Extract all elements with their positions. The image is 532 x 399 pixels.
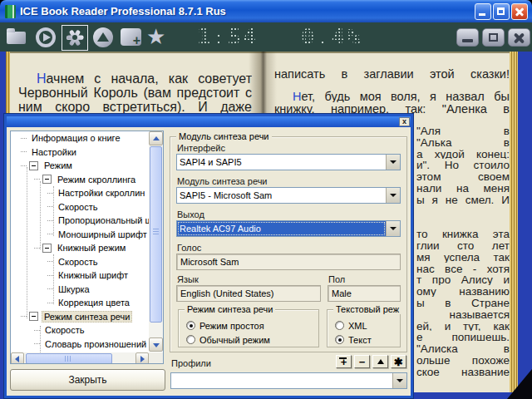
tree-item-информация-о-книге[interactable]: Информация о книге	[11, 131, 163, 145]
collapse-minus-icon[interactable]	[42, 244, 52, 253]
tree-item-скорость[interactable]: Скорость	[11, 200, 163, 214]
toolbar-minimize-button[interactable]	[456, 28, 479, 47]
tree-connector	[47, 193, 53, 194]
minimize-button[interactable]	[475, 3, 491, 20]
book-text-line: ыянесмел.И	[416, 194, 510, 205]
tree-vertical-scrollbar[interactable]	[149, 131, 163, 352]
tree-item-настройки-скроллин[interactable]: Настройки скроллин	[11, 186, 163, 200]
toolbar-close-button[interactable]	[508, 28, 530, 47]
tree-item-скорость[interactable]: Скорость	[11, 255, 163, 269]
word: в	[504, 125, 510, 136]
voice-label: Голос	[177, 243, 201, 253]
tree-item-настройки[interactable]: Настройки	[11, 145, 163, 160]
voice-field: Microsoft Sam	[176, 254, 401, 270]
tree-horizontal-scrollbar[interactable]	[11, 352, 149, 364]
word: сказки!	[470, 67, 510, 80]
collapse-minus-icon[interactable]	[29, 161, 38, 170]
synthesis-mode-option-обычный-режим[interactable]: Обычный режим	[186, 333, 318, 346]
dropdown-arrow-icon[interactable]	[386, 188, 400, 203]
vertical-scroll-thumb[interactable]	[150, 146, 162, 323]
book-text-line: налинаменя	[416, 182, 510, 194]
word: так	[494, 251, 510, 263]
collapse-minus-icon[interactable]	[42, 175, 52, 184]
tree-item-книжный-шрифт[interactable]: Книжный шрифт	[11, 268, 163, 283]
eject-icon[interactable]	[93, 27, 113, 47]
tree-item-книжный-режим[interactable]: Книжный режим	[11, 241, 163, 255]
collapse-minus-icon[interactable]	[29, 312, 38, 321]
maximize-button[interactable]	[493, 3, 510, 20]
profiles-set-default-button[interactable]	[372, 355, 388, 368]
language-label: Язык	[177, 274, 199, 284]
scroll-right-button[interactable]	[135, 352, 149, 364]
word: с	[94, 71, 101, 86]
radio-label: XML	[348, 321, 367, 331]
profiles-remove-button[interactable]: −	[354, 355, 370, 368]
interface-combobox[interactable]: SAPI4 и SAPI5	[176, 154, 401, 170]
dialog-close-button[interactable]: x	[399, 117, 410, 126]
tree-item-шкурка[interactable]: Шкурка	[11, 283, 163, 297]
word: бы	[494, 90, 510, 102]
book-text-line: называется	[416, 308, 510, 320]
synthesis-mode-option-режим-простоя[interactable]: Режим простоя	[186, 319, 318, 332]
tree-item-пропорциональный-ш[interactable]: Пропорциональный ш	[11, 214, 163, 228]
tree-item-словарь-произношений[interactable]: Словарь произношений	[11, 337, 163, 352]
dropdown-arrow-icon[interactable]	[386, 221, 400, 236]
horizontal-scroll-thumb[interactable]	[26, 353, 112, 364]
play-scroll-icon[interactable]	[36, 27, 56, 47]
radio-button-icon[interactable]	[335, 335, 344, 344]
dialog-client-area: Информация о книгеНастройкиРежимРежим ск…	[7, 127, 411, 396]
drop-cap: Н	[37, 71, 47, 86]
tree-item-коррекция-цвета[interactable]: Коррекция цвета	[11, 296, 163, 310]
word: не	[446, 194, 458, 205]
scrollbar-corner	[149, 352, 163, 364]
dropdown-arrow-icon[interactable]	[392, 373, 406, 388]
radio-button-icon[interactable]	[186, 321, 195, 330]
book-text-line	[416, 205, 510, 217]
tree-item-label: Информация о книге	[29, 132, 123, 144]
settings-tool-selected[interactable]	[62, 25, 88, 51]
profiles-combobox[interactable]	[170, 372, 407, 389]
synthesis-mode-group: Режим синтеза речи Режим простояОбычный …	[178, 309, 319, 347]
scroll-left-button[interactable]	[11, 352, 24, 364]
word: Алису	[461, 273, 493, 285]
tree-connector	[47, 234, 53, 234]
open-book-icon[interactable]	[7, 32, 26, 44]
word: худой	[435, 148, 465, 160]
book-text-line: ольшепохоже	[416, 354, 510, 366]
word: меня	[483, 182, 510, 194]
tree-item-label: Моноширный шрифт	[56, 229, 150, 240]
book-text-line: насвсе-хотя	[416, 263, 510, 274]
word: ним	[18, 100, 42, 114]
tree-item-моноширный-шрифт[interactable]: Моноширный шрифт	[11, 228, 163, 242]
module-combobox[interactable]: SAPI5 - Microsoft Sam	[176, 187, 401, 204]
radio-button-icon[interactable]	[186, 335, 195, 344]
profiles-settings-button[interactable]: ✱	[391, 355, 406, 368]
output-combobox[interactable]: Realtek AC97 Audio	[176, 220, 401, 237]
right-page-text-fragment: "Аляв"Алькавахудойконец:и".Ностоилоэтомс…	[416, 125, 510, 377]
tree-item-режим-синтеза-речи[interactable]: Режим синтеза речи	[11, 310, 163, 324]
app-window: ICE Book Reader Professional 8.7.1 Rus ★…	[0, 0, 532, 399]
tree-item-режим[interactable]: Режим	[11, 159, 163, 173]
minimize-icon	[462, 39, 473, 42]
dropdown-arrow-icon[interactable]	[386, 155, 400, 170]
add-book-icon[interactable]	[121, 28, 141, 46]
dialog-close-action-button[interactable]: Закрыть	[10, 369, 165, 391]
text-mode-option-xml[interactable]: XML	[335, 319, 400, 332]
tree-item-скорость[interactable]: Скорость	[11, 323, 163, 337]
close-button[interactable]	[511, 3, 528, 20]
tree-connector	[21, 138, 27, 139]
word: встретиться).	[103, 100, 185, 114]
toolbar-restore-button[interactable]	[482, 28, 505, 47]
book-text-line: нимскоровстретиться).Идаже	[18, 100, 252, 114]
word: успела	[444, 251, 480, 263]
text-mode-option-текст[interactable]: Текст	[335, 333, 400, 346]
word: "Аленка	[442, 102, 487, 115]
radio-button-icon[interactable]	[335, 321, 344, 330]
word: в	[504, 342, 510, 354]
profiles-buttons: +−✱	[336, 355, 406, 368]
scroll-up-button[interactable]	[149, 131, 163, 145]
tree-connector	[47, 261, 53, 262]
favorites-star-icon[interactable]: ★	[146, 23, 165, 50]
tree-item-режим-скроллинга[interactable]: Режим скроллинга	[11, 173, 163, 187]
scroll-down-button[interactable]	[149, 337, 163, 352]
